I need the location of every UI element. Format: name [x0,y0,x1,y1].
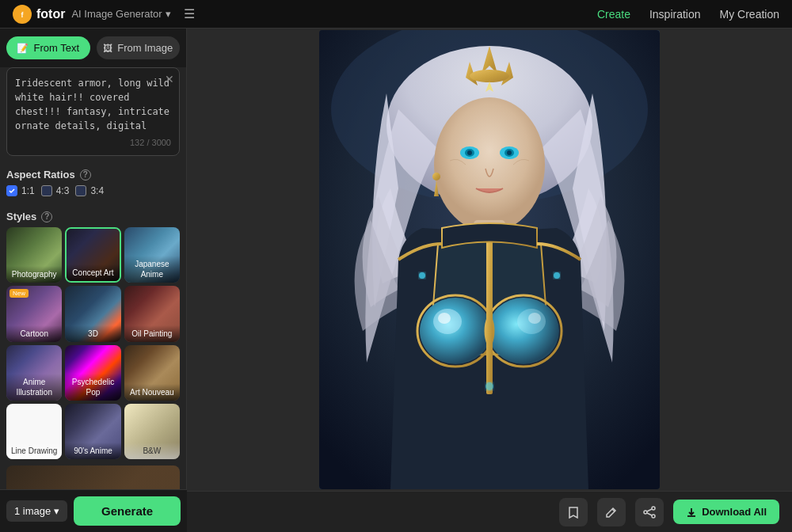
nav-my-creation[interactable]: My Creation [720,8,779,21]
ai-generator-dropdown[interactable]: AI Image Generator ▾ [71,8,170,20]
style-concept-art[interactable]: Concept Art [65,227,120,283]
aspect-options: 1:1 4:3 3:4 [0,185,186,204]
logo[interactable]: f fotor [13,5,65,24]
new-badge: New [10,289,29,298]
svg-point-33 [652,515,655,518]
style-line-drawing-label: Line Drawing [6,443,62,459]
share-button[interactable] [635,498,664,526]
style-oil-painting[interactable]: Oil Painting [124,286,180,341]
style-art-nouveau[interactable]: Art Nouveau [124,345,180,401]
ai-generator-label: AI Image Generator [71,8,162,20]
svg-point-16 [507,150,512,155]
aspect-4-3-checkbox[interactable] [41,185,52,196]
aspect-help-icon[interactable]: ? [80,169,91,180]
aspect-4-3[interactable]: 4:3 [41,185,70,196]
styles-grid: Photography Concept Art Japanese Anime N… [0,227,186,466]
generated-image-svg [319,30,660,489]
style-oil-painting-label: Oil Painting [124,325,180,342]
main-layout: 📝 From Text 🖼 From Image ✕ Iridescent ar… [0,28,792,532]
header-nav: Create Inspiration My Creation [597,8,779,21]
svg-rect-26 [486,236,493,394]
chevron-down-icon: ▾ [166,8,171,20]
generate-button[interactable]: Generate [74,496,181,526]
aspect-1-1[interactable]: 1:1 [6,185,35,196]
edit-icon [605,506,618,519]
style-cartoon[interactable]: New Cartoon [6,286,62,341]
chevron-down-icon: ▾ [54,505,59,517]
bookmark-button[interactable] [559,498,588,526]
svg-point-23 [528,313,541,324]
svg-point-29 [485,382,493,390]
style-anime-illustration-label: Anime Illustration [6,374,62,401]
download-icon [686,507,697,518]
style-anime-illustration[interactable]: Anime Illustration [6,345,62,401]
svg-point-8 [470,70,509,82]
svg-point-32 [644,511,647,514]
header: f fotor AI Image Generator ▾ ☰ Create In… [0,0,792,28]
style-japanese-anime-label: Japanese Anime [124,256,180,283]
tab-from-text[interactable]: 📝 From Text [6,36,90,59]
style-line-drawing[interactable]: Line Drawing [6,404,62,459]
text-icon: 📝 [17,43,29,54]
svg-point-10 [434,97,545,232]
style-psychedelic-pop[interactable]: Psychedelic Pop [65,345,120,401]
char-count: 132 / 3000 [15,138,171,147]
style-90s-anime-label: 90's Anime [65,443,120,459]
style-japanese-anime[interactable]: Japanese Anime [124,227,180,283]
style-psychedelic-pop-label: Psychedelic Pop [65,374,120,401]
aspect-3-4-checkbox[interactable] [75,185,86,196]
tab-buttons: 📝 From Text 🖼 From Image [0,28,186,67]
svg-point-27 [419,272,425,279]
image-action-bar: Download All [187,491,792,532]
logo-text: fotor [36,7,65,21]
share-icon [643,506,656,519]
image-icon: 🖼 [103,43,112,54]
generate-bar: 1 image ▾ Generate [0,489,187,532]
nav-create[interactable]: Create [597,8,630,21]
close-icon[interactable]: ✕ [165,73,174,86]
prompt-area: ✕ Iridescent armor, long wild white hair… [6,67,180,156]
header-left: f fotor AI Image Generator ▾ ☰ [13,5,195,24]
svg-point-20 [438,313,451,324]
image-area [187,28,792,491]
style-art-nouveau-label: Art Nouveau [124,384,180,401]
right-content: Download All [187,28,792,532]
download-all-button[interactable]: Download All [673,500,779,524]
style-photography[interactable]: Photography [6,227,62,283]
style-90s-anime[interactable]: 90's Anime [65,404,120,459]
fotor-logo-icon: f [13,5,32,24]
style-cartoon-label: Cartoon [6,325,62,342]
style-bw-label: B&W [124,443,180,459]
hamburger-menu[interactable]: ☰ [184,6,195,21]
svg-point-30 [432,173,440,180]
left-panel: 📝 From Text 🖼 From Image ✕ Iridescent ar… [0,28,187,532]
styles-help-icon[interactable]: ? [41,211,52,222]
svg-point-15 [467,150,472,155]
image-count-select[interactable]: 1 image ▾ [6,500,67,522]
style-bw[interactable]: B&W [124,404,180,459]
style-3d[interactable]: 3D [65,286,120,341]
bookmark-icon [567,506,580,519]
svg-point-28 [554,272,560,279]
svg-point-31 [652,507,655,510]
style-concept-art-label: Concept Art [67,264,119,281]
tab-from-image[interactable]: 🖼 From Image [97,36,181,59]
aspect-3-4[interactable]: 3:4 [75,185,104,196]
style-photography-label: Photography [6,266,62,283]
nav-inspiration[interactable]: Inspiration [649,8,701,21]
edit-button[interactable] [597,498,626,526]
prompt-input[interactable]: Iridescent armor, long wild white hair!!… [15,76,171,131]
style-3d-label: 3D [65,325,120,342]
aspect-1-1-checkbox[interactable] [6,185,17,196]
styles-label: Styles ? [0,204,186,227]
generated-image [319,30,660,489]
aspect-ratios-label: Aspect Ratios ? [0,162,186,185]
